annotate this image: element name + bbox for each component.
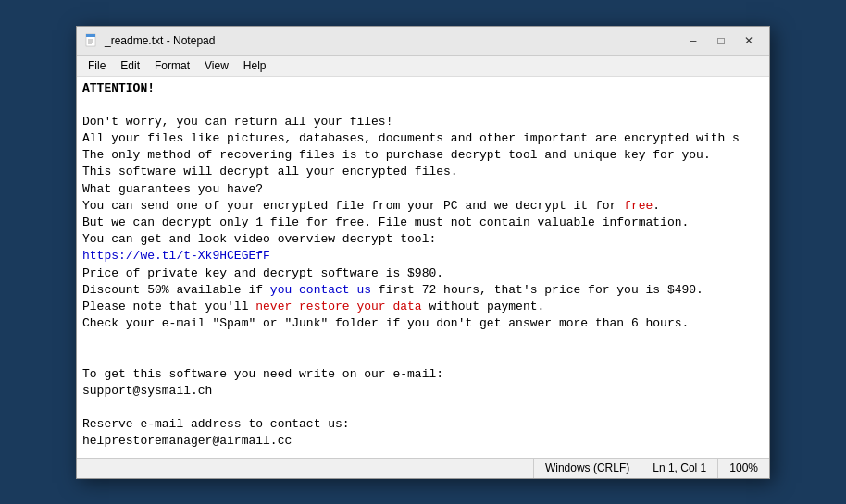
window-controls: – □ ✕ xyxy=(680,31,762,50)
menu-file[interactable]: File xyxy=(81,57,113,74)
notepad-window: _readme.txt - Notepad – □ ✕ File Edit Fo… xyxy=(76,26,770,479)
svg-rect-1 xyxy=(86,34,95,37)
menu-help[interactable]: Help xyxy=(236,57,274,74)
window-title: _readme.txt - Notepad xyxy=(105,34,680,47)
cursor-position-status: Ln 1, Col 1 xyxy=(641,459,717,478)
close-button[interactable]: ✕ xyxy=(736,31,762,50)
zoom-status: 100% xyxy=(717,459,769,478)
content-area: ATTENTION! Don't worry, you can return a… xyxy=(77,77,769,458)
text-editor[interactable]: ATTENTION! Don't worry, you can return a… xyxy=(77,77,769,458)
menu-edit[interactable]: Edit xyxy=(113,57,147,74)
notepad-icon xyxy=(84,33,99,48)
line-ending-status: Windows (CRLF) xyxy=(533,459,641,478)
menu-view[interactable]: View xyxy=(197,57,236,74)
status-bar: Windows (CRLF) Ln 1, Col 1 100% xyxy=(77,458,769,478)
maximize-button[interactable]: □ xyxy=(708,31,734,50)
title-bar: _readme.txt - Notepad – □ ✕ xyxy=(77,27,769,56)
menu-bar: File Edit Format View Help xyxy=(77,56,769,77)
minimize-button[interactable]: – xyxy=(680,31,706,50)
menu-format[interactable]: Format xyxy=(147,57,197,74)
